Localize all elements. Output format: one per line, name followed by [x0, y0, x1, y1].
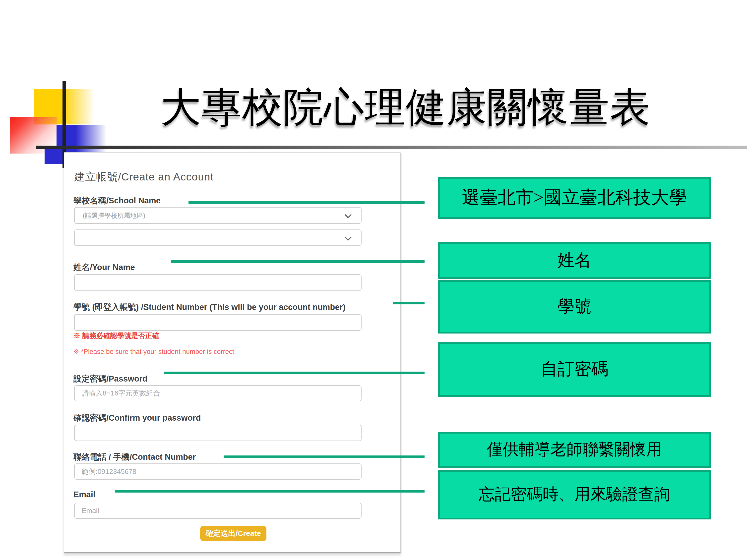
annotation-school-text: 選臺北市>國立臺北科技大學	[462, 185, 687, 209]
create-account-button[interactable]: 確定送出/Create	[200, 526, 266, 541]
school-name-label: 學校名稱/School Name	[74, 195, 161, 206]
annotation-box-password: 自訂密碼	[438, 342, 711, 397]
chevron-down-icon	[344, 234, 352, 240]
connector-email-line	[115, 490, 424, 492]
connector-school-line	[188, 201, 424, 204]
confirm-password-input[interactable]	[74, 425, 362, 441]
deco-blue-square-foot	[45, 149, 64, 164]
school-region-placeholder: (請選擇學校所屬地區)	[83, 211, 145, 220]
email-label: Email	[74, 490, 95, 499]
connector-phone-line	[224, 455, 424, 458]
annotation-student-text: 學號	[558, 295, 591, 318]
annotation-box-phone: 僅供輔導老師聯繫關懷用	[438, 432, 711, 468]
annotation-box-email: 忘記密碼時、用來驗證查詢	[438, 470, 711, 519]
confirm-password-label: 確認密碼/Confirm your password	[74, 412, 201, 424]
annotation-email-text: 忘記密碼時、用來驗證查詢	[479, 483, 670, 505]
student-number-label: 學號 (即登入帳號) /Student Number (This will be…	[74, 302, 345, 313]
your-name-label: 姓名/Your Name	[74, 262, 135, 273]
chevron-down-icon	[344, 211, 352, 218]
annotation-box-name: 姓名	[438, 242, 711, 279]
deco-horizontal-rule	[36, 145, 747, 149]
student-number-note-zh: ※ 請務必確認學號是否正確	[74, 331, 159, 341]
annotation-box-school: 選臺北市>國立臺北科技大學	[438, 177, 711, 219]
student-number-note-en: ※ *Please be sure that your student numb…	[74, 348, 234, 356]
school-region-select[interactable]: (請選擇學校所屬地區)	[74, 207, 362, 224]
annotation-name-text: 姓名	[558, 249, 591, 271]
slide: 大專校院心理健康關懷量表 建立帳號/Create an Account 學校名稱…	[0, 0, 747, 560]
password-input[interactable]	[74, 385, 362, 401]
form-heading: 建立帳號/Create an Account	[74, 170, 214, 184]
connector-password-line	[164, 372, 424, 374]
student-number-input[interactable]	[74, 314, 362, 331]
password-label: 設定密碼/Password	[74, 373, 148, 384]
contact-number-input[interactable]	[74, 463, 362, 480]
annotation-phone-text: 僅供輔導老師聯繫關懷用	[487, 438, 662, 460]
page-title: 大專校院心理健康關懷量表	[161, 77, 651, 138]
annotation-password-text: 自訂密碼	[541, 358, 608, 380]
contact-number-label: 聯絡電話 / 手機/Contact Number	[74, 452, 196, 463]
connector-student-line	[393, 302, 424, 304]
account-form-panel: 建立帳號/Create an Account 學校名稱/School Name …	[64, 152, 401, 553]
email-input[interactable]	[74, 503, 362, 519]
connector-name-line	[171, 260, 424, 263]
annotation-box-student: 學號	[438, 280, 711, 334]
name-input[interactable]	[74, 274, 362, 291]
school-select[interactable]	[74, 230, 362, 246]
